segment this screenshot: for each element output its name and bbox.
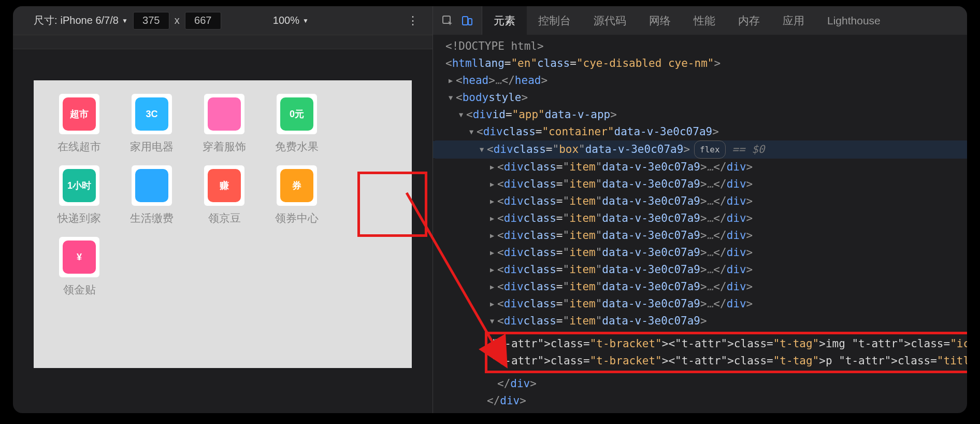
disclosure-triangle[interactable]: ▸: [487, 295, 497, 313]
app-label: 在线超市: [57, 139, 101, 154]
app-label: 快递到家: [57, 211, 101, 225]
device-preview: 超市在线超市3C家用电器穿着服饰0元免费水果1小时快递到家生活缴费赚领京豆券领券…: [34, 80, 412, 368]
disclosure-triangle[interactable]: ▸: [487, 210, 497, 227]
dim-label: 尺寸:: [34, 13, 57, 27]
disclosure-triangle[interactable]: ▸: [487, 261, 497, 278]
device-toolbar: 尺寸: iPhone 6/7/8 ▼ x 100% ▼ ⋮: [13, 6, 433, 35]
dim-x: x: [175, 15, 180, 26]
more-menu-button[interactable]: ⋮: [402, 10, 423, 31]
disclosure-triangle[interactable]: ▸: [487, 159, 497, 176]
zoom-select[interactable]: 100% ▼: [273, 15, 309, 26]
tab-network[interactable]: 网络: [638, 6, 682, 35]
width-input[interactable]: [133, 12, 169, 30]
app-icon: [132, 165, 172, 206]
tab-lighthouse[interactable]: Lighthouse: [816, 6, 892, 35]
tab-memory[interactable]: 内存: [727, 6, 771, 35]
app-grid-item[interactable]: 1小时快递到家: [43, 165, 116, 225]
disclosure-triangle[interactable]: ▾: [456, 106, 466, 123]
chevron-down-icon: ▼: [122, 17, 128, 24]
app-label: 免费水果: [275, 139, 319, 154]
app-grid-item[interactable]: ¥领金贴: [43, 237, 116, 297]
app-label: 领券中心: [275, 211, 319, 225]
app-icon: 0元: [277, 94, 317, 134]
height-input[interactable]: [185, 12, 221, 30]
dom-tree[interactable]: <!DOCTYPE html><html lang="en" class="cy…: [433, 35, 967, 413]
devtools-tabs: 元素 控制台 源代码 网络 性能 内存 应用 Lighthouse: [433, 6, 967, 35]
app-label: 领京豆: [208, 211, 241, 225]
disclosure-triangle[interactable]: ▾: [445, 89, 456, 106]
app-label: 生活缴费: [130, 211, 174, 225]
ruler-bar: [13, 35, 433, 49]
app-grid-item[interactable]: 3C家用电器: [116, 94, 188, 154]
breadcrumb-dots[interactable]: ⋯: [433, 141, 435, 158]
app-icon: 3C: [132, 94, 172, 134]
device-name: iPhone 6/7/8: [61, 15, 119, 26]
app-icon: [204, 94, 244, 134]
disclosure-triangle[interactable]: ▸: [487, 193, 497, 210]
disclosure-triangle[interactable]: ▸: [487, 227, 497, 244]
disclosure-triangle[interactable]: ▸: [445, 72, 456, 89]
device-select[interactable]: iPhone 6/7/8 ▼: [61, 15, 128, 26]
app-grid-item[interactable]: 0元免费水果: [261, 94, 333, 154]
disclosure-triangle[interactable]: ▾: [477, 141, 487, 158]
app-grid-item[interactable]: 穿着服饰: [188, 94, 261, 154]
inspect-element-icon[interactable]: [440, 13, 455, 28]
app-grid-item[interactable]: 超市在线超市: [43, 94, 116, 154]
disclosure-triangle[interactable]: ▸: [487, 176, 497, 193]
svg-rect-1: [463, 17, 468, 25]
svg-rect-2: [468, 19, 472, 25]
app-icon: 1小时: [59, 165, 99, 206]
highlight-box-preview: [357, 172, 427, 237]
app-icon: ¥: [59, 237, 99, 277]
tab-console[interactable]: 控制台: [527, 6, 582, 35]
tab-application[interactable]: 应用: [771, 6, 816, 35]
disclosure-triangle[interactable]: ▸: [487, 278, 497, 295]
disclosure-triangle[interactable]: ▾: [487, 313, 497, 330]
app-label: 家用电器: [130, 139, 174, 154]
app-grid-item[interactable]: 券领券中心: [261, 165, 333, 225]
app-icon: 超市: [59, 94, 99, 134]
device-toggle-icon[interactable]: [460, 13, 474, 28]
app-label: 领金贴: [63, 282, 96, 297]
app-grid-item[interactable]: 赚领京豆: [188, 165, 261, 225]
app-icon: 赚: [204, 165, 244, 206]
app-label: 穿着服饰: [203, 139, 246, 154]
app-icon: 券: [277, 165, 317, 206]
disclosure-triangle[interactable]: ▾: [466, 123, 477, 140]
tab-sources[interactable]: 源代码: [582, 6, 638, 35]
tab-elements[interactable]: 元素: [482, 6, 527, 35]
app-grid-item[interactable]: 生活缴费: [116, 165, 188, 225]
disclosure-triangle[interactable]: ▸: [487, 244, 497, 261]
tab-performance[interactable]: 性能: [682, 6, 727, 35]
highlight-box-dom: "t-attr">class="t-bracket"><"t-attr">cla…: [485, 332, 967, 373]
chevron-down-icon: ▼: [302, 17, 309, 24]
app-grid-item[interactable]: [116, 237, 188, 297]
zoom-value: 100%: [273, 15, 299, 26]
